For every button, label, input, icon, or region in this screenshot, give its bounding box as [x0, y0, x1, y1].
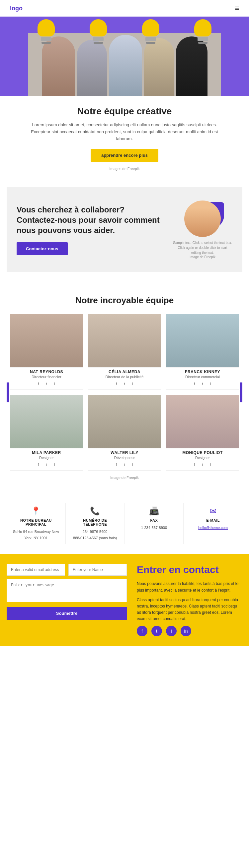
team-facebook-1[interactable]: f [114, 381, 119, 387]
form-left: Soumettre [7, 564, 127, 620]
team-social-icons-5: f t i [169, 462, 236, 469]
bulb-2 [90, 19, 107, 44]
contact-text-0: SoHo 94 rue Broadway New York, NY 1001 [13, 530, 59, 540]
purple-accent-left [7, 382, 9, 402]
team-card-info-0: NAT REYNOLDS Directeur financier f t i [10, 367, 83, 390]
team-facebook-2[interactable]: f [192, 381, 197, 387]
social-twitter[interactable]: t [151, 626, 162, 636]
contact-form-title: Entrer en contact [137, 564, 242, 576]
contact-title-1: NUMÉRO DE TÉLÉPHONE [71, 518, 119, 526]
team-instagram-3[interactable]: i [52, 462, 57, 468]
contact-icon-1: 📞 [71, 506, 119, 516]
team-card-info-1: CÉLIA ALMEDA Directeur de la publicité f… [88, 367, 161, 390]
photo-placeholder-2 [166, 314, 239, 367]
team-social-icons-2: f t i [169, 381, 236, 388]
team-facebook-5[interactable]: f [192, 462, 197, 468]
contact-form-section: Soumettre Entrer en contact Nous pouvons… [0, 554, 249, 646]
team-instagram-2[interactable]: i [208, 381, 214, 387]
team-card-info-3: MILA PARKER Designer f t i [10, 448, 83, 470]
team-intro-title: Notre équipe créative [27, 106, 222, 117]
team-photo-5 [166, 395, 239, 448]
contact-us-button[interactable]: Contactez-nous [17, 242, 68, 255]
team-member-name-0: NAT REYNOLDS [13, 370, 80, 374]
team-member-role-3: Designer [13, 456, 80, 460]
contact-title-2: FAX [130, 518, 178, 522]
name-input[interactable] [68, 564, 127, 576]
freepik-credit-1: Images de Freepik [27, 167, 222, 171]
amazing-team-title: Notre incroyable équipe [7, 295, 242, 306]
contact-info-item-2: 📠 FAX 1-234-567-8900 [125, 503, 184, 544]
team-social-icons-4: f t i [91, 462, 158, 469]
collab-sample-text: Sample text. Click to select the text bo… [173, 240, 232, 255]
team-member-role-2: Directeur commercial [169, 375, 236, 379]
team-instagram-4[interactable]: i [130, 462, 135, 468]
email-input[interactable] [7, 564, 65, 576]
photo-placeholder-1 [88, 314, 161, 367]
social-linkedin[interactable]: in [181, 626, 191, 636]
collab-avatar [184, 200, 221, 237]
collab-image-credit: Image de Freepik [173, 255, 232, 259]
social-facebook[interactable]: f [137, 626, 147, 636]
photo-person-3 [10, 395, 83, 448]
team-card: CÉLIA ALMEDA Directeur de la publicité f… [88, 314, 161, 390]
team-wrapper: NAT REYNOLDS Directeur financier f t i C… [7, 314, 242, 471]
contact-link-3[interactable]: hello@theme.com [198, 526, 228, 530]
photo-person-2 [166, 314, 239, 367]
collaborate-section: Vous cherchez à collaborer? Contactez-no… [7, 187, 242, 272]
team-twitter-3[interactable]: t [44, 462, 50, 468]
menu-icon[interactable]: ≡ [235, 4, 239, 12]
social-instagram[interactable]: i [166, 626, 176, 636]
team-photo-3 [10, 395, 83, 448]
team-twitter-0[interactable]: t [44, 381, 50, 387]
contact-form-desc1: Nous pouvons assurer la fiabilité, les t… [137, 581, 242, 593]
submit-button[interactable]: Soumettre [7, 607, 127, 620]
team-facebook-3[interactable]: f [35, 462, 42, 468]
team-facebook-0[interactable]: f [35, 381, 42, 387]
team-card: MONIQUE POULIOT Designer f t i [166, 395, 239, 471]
contact-text-1: 234-9876-5400888-0123-4567 (sans frais) [73, 530, 117, 540]
team-card-info-5: MONIQUE POULIOT Designer f t i [166, 448, 239, 470]
team-card: WALTER LILY Développeur f t i [88, 395, 161, 471]
team-photo-2 [166, 314, 239, 367]
photo-person-1 [88, 314, 161, 367]
team-twitter-4[interactable]: t [121, 462, 128, 468]
team-card-info-2: FRANCK KINNEY Directeur commercial f t i [166, 367, 239, 390]
team-member-name-4: WALTER LILY [91, 451, 158, 455]
team-member-role-4: Développeur [91, 456, 158, 460]
team-facebook-4[interactable]: f [114, 462, 119, 468]
freepik-credit-2: Image de Freepik [7, 475, 242, 479]
team-card: NAT REYNOLDS Directeur financier f t i [10, 314, 83, 390]
team-member-role-5: Designer [169, 456, 236, 460]
contact-info-item-1: 📞 NUMÉRO DE TÉLÉPHONE 234-9876-5400888-0… [66, 503, 125, 544]
team-social-icons-3: f t i [13, 462, 80, 469]
contact-title-0: NOTRE BUREAU PRINCIPAL [11, 518, 60, 526]
team-card: MILA PARKER Designer f t i [10, 395, 83, 471]
bulb-1 [37, 19, 55, 44]
team-twitter-1[interactable]: t [121, 381, 128, 387]
photo-person-4 [88, 395, 161, 448]
contact-icon-2: 📠 [130, 506, 178, 516]
form-top-row [7, 564, 127, 576]
team-instagram-5[interactable]: i [208, 462, 214, 468]
team-instagram-1[interactable]: i [130, 381, 135, 387]
contact-icon-0: 📍 [11, 506, 60, 516]
bulbs-row [0, 17, 249, 46]
amazing-team-section: Notre incroyable équipe NAT REYNOLDS Dir… [0, 282, 249, 486]
message-textarea[interactable] [7, 579, 127, 602]
team-twitter-2[interactable]: t [199, 381, 205, 387]
team-intro-description: Lorem ipsum dolor sit amet, consectetur … [27, 122, 222, 142]
photo-person-0 [10, 314, 83, 367]
logo: logo [10, 5, 23, 12]
hero-section [0, 17, 249, 96]
contact-form-desc2: Class aptent taciti sociosqu ad litora t… [137, 597, 242, 622]
collab-left: Vous cherchez à collaborer? Contactez-no… [17, 205, 173, 255]
contact-info-item-0: 📍 NOTRE BUREAU PRINCIPAL SoHo 94 rue Bro… [7, 503, 66, 544]
team-instagram-0[interactable]: i [52, 381, 57, 387]
team-member-name-1: CÉLIA ALMEDA [91, 370, 158, 374]
team-member-name-3: MILA PARKER [13, 451, 80, 455]
contact-text-2: 1-234-567-8900 [141, 526, 167, 530]
team-photo-0 [10, 314, 83, 367]
team-twitter-5[interactable]: t [199, 462, 205, 468]
learn-more-button[interactable]: apprendre encore plus [91, 149, 158, 162]
team-member-name-5: MONIQUE POULIOT [169, 451, 236, 455]
